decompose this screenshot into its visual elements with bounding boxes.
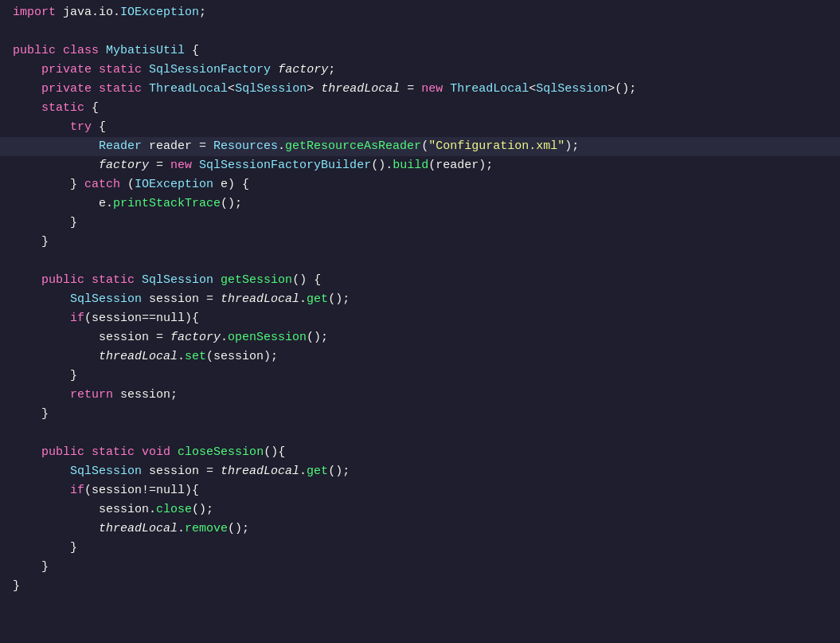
code-line: session = factory.openSession();: [0, 328, 840, 347]
code-token: .: [299, 290, 307, 308]
code-token: }: [70, 175, 84, 194]
code-token: factory: [99, 156, 149, 174]
code-token: void: [142, 443, 170, 461]
code-token: [84, 443, 92, 461]
code-token: SqlSessionFactory: [149, 61, 271, 79]
code-token: static: [92, 271, 135, 289]
code-token: (){: [264, 443, 285, 461]
code-line: private static ThreadLocal<SqlSession> t…: [0, 80, 840, 99]
code-token: [13, 500, 99, 519]
code-token: (: [120, 175, 135, 194]
code-token: "Configuration.xml": [428, 137, 565, 155]
code-line: SqlSession session = threadLocal.get();: [0, 462, 840, 481]
code-token: [13, 99, 41, 117]
code-token: ();: [228, 519, 249, 538]
code-line: factory = new SqlSessionFactoryBuilder()…: [0, 156, 840, 175]
code-token: [13, 481, 70, 500]
code-token: e: [99, 194, 106, 213]
code-token: (reader);: [428, 156, 493, 174]
code-token: [135, 443, 142, 461]
code-line: if(session==null){: [0, 309, 840, 328]
code-token: <: [228, 80, 235, 98]
code-line: public static void closeSession(){: [0, 443, 840, 462]
code-token: }: [13, 539, 77, 557]
code-token: build: [393, 156, 428, 174]
code-line: }: [0, 405, 840, 424]
code-token: [84, 271, 92, 289]
code-token: get: [307, 462, 328, 480]
code-line: import java.io.IOException;: [0, 3, 840, 22]
code-line: return session;: [0, 386, 840, 405]
code-token: SqlSession: [70, 290, 142, 308]
code-line: }: [0, 367, 840, 386]
code-token: >();: [608, 80, 636, 98]
code-token: ();: [192, 500, 213, 519]
code-line: SqlSession session = threadLocal.get();: [0, 290, 840, 309]
code-token: [13, 328, 99, 347]
code-token: [13, 290, 70, 308]
code-line: e.printStackTrace();: [0, 194, 840, 214]
code-line: threadLocal.remove();: [0, 519, 840, 539]
code-line: }: [0, 214, 840, 233]
code-token: {: [84, 99, 99, 117]
code-line: public class MybatisUtil {: [0, 41, 840, 61]
code-token: () {: [292, 271, 321, 289]
code-token: session: [99, 500, 149, 519]
code-token: >: [307, 80, 321, 98]
code-token: [271, 61, 278, 79]
code-token: ThreadLocal: [450, 80, 529, 98]
code-token: threadLocal: [221, 290, 299, 308]
code-token: static: [99, 61, 142, 79]
code-token: closeSession: [178, 443, 264, 461]
code-token: return: [70, 386, 113, 404]
code-token: SqlSessionFactoryBuilder: [199, 156, 371, 174]
code-token: SqlSession: [235, 80, 307, 98]
code-token: public: [41, 443, 84, 461]
code-line: }: [0, 233, 840, 252]
code-token: SqlSession: [536, 80, 608, 98]
code-token: }: [13, 405, 49, 423]
code-token: =: [149, 156, 170, 174]
code-line: if(session!=null){: [0, 481, 840, 500]
code-token: .: [385, 156, 393, 174]
code-token: class: [63, 41, 99, 60]
code-token: get: [307, 290, 328, 308]
code-line: public static SqlSession getSession() {: [0, 271, 840, 290]
code-token: static: [92, 443, 135, 461]
code-line: private static SqlSessionFactory factory…: [0, 61, 840, 80]
code-token: [142, 80, 149, 98]
code-token: [13, 462, 70, 480]
code-token: public: [13, 41, 56, 60]
code-token: (session!=null){: [84, 481, 199, 500]
code-token: openSession: [228, 328, 307, 347]
code-token: [170, 443, 178, 461]
code-token: factory: [170, 328, 221, 347]
code-token: [13, 309, 70, 327]
code-token: [13, 386, 70, 404]
code-token: static: [99, 80, 142, 98]
code-token: [13, 61, 41, 79]
code-token: session =: [142, 462, 221, 480]
code-token: new: [170, 156, 192, 174]
code-token: }: [13, 367, 77, 385]
code-token: e) {: [213, 175, 249, 194]
code-token: IOException: [120, 3, 199, 22]
code-token: ();: [221, 194, 242, 213]
code-token: new: [421, 80, 443, 98]
code-token: if: [70, 481, 84, 500]
code-token: reader =: [142, 137, 213, 155]
code-token: [13, 519, 99, 538]
code-token: [443, 80, 450, 98]
code-token: .: [106, 194, 113, 213]
code-token: catch: [84, 175, 120, 194]
code-token: [56, 41, 63, 60]
code-token: [13, 347, 99, 366]
code-token: ;: [328, 61, 335, 79]
code-token: [142, 61, 149, 79]
code-token: private: [41, 61, 92, 79]
code-token: [13, 443, 41, 461]
code-token: ThreadLocal: [149, 80, 228, 98]
code-token: getSession: [221, 271, 292, 289]
code-token: .: [149, 500, 156, 519]
code-token: MybatisUtil: [106, 41, 185, 60]
